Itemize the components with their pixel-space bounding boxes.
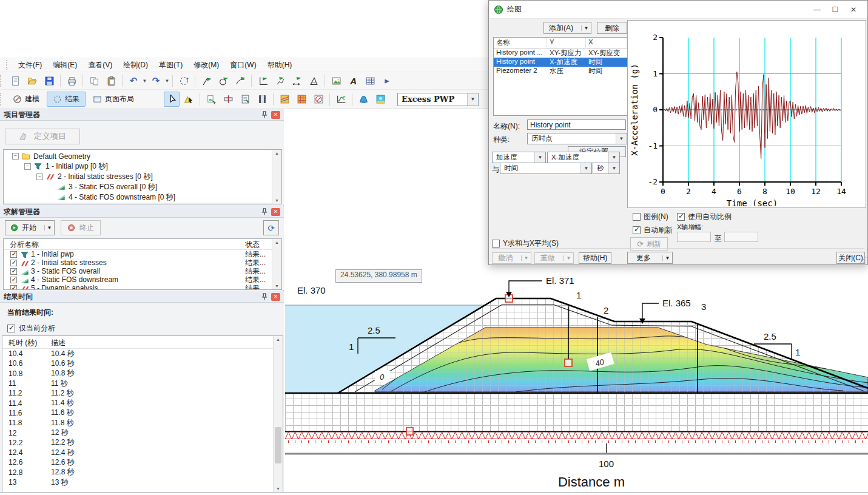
time-step-row[interactable]: 12.812.8 秒 — [2, 468, 283, 477]
time-step-row[interactable]: 12.212.2 秒 — [2, 438, 283, 448]
graph-row[interactable]: History pointX-加速度时间 — [494, 58, 628, 67]
menu-文件(F)[interactable]: 文件(F) — [13, 58, 47, 72]
time-step-row[interactable]: 1111 秒 — [2, 379, 283, 388]
section-view[interactable]: El. 370 El. 371 El. 365 1 2 3 2.5 1 2.5 … — [285, 265, 868, 495]
tree-item[interactable]: 4 - Static FOS downstream [0 秒] — [4, 192, 281, 203]
draw-arc-icon[interactable] — [232, 73, 248, 89]
start-button[interactable]: 开始 ▼ — [5, 220, 55, 235]
minimize-icon[interactable]: — — [808, 3, 826, 16]
checkbox-icon[interactable] — [10, 276, 17, 283]
add-options-arrow[interactable]: ▼ — [581, 25, 591, 31]
pin-icon[interactable] — [260, 207, 269, 216]
dialog-titlebar[interactable]: 绘图 — ☐ ✕ — [489, 1, 867, 19]
time-list[interactable]: 耗时 (秒) 描述 10.410.4 秒10.610.6 秒10.810.8 秒… — [2, 335, 283, 493]
scroll-up-icon[interactable]: ▲ — [272, 240, 281, 244]
toolbar-grip[interactable] — [6, 60, 10, 69]
undo-icon[interactable]: ↶ — [126, 73, 141, 89]
tree-scrollbar[interactable]: ▲▼ — [272, 150, 281, 204]
draw-circle-icon[interactable] — [215, 73, 231, 89]
resize-grip[interactable] — [860, 257, 866, 263]
only-current-analysis-checkbox[interactable]: 仅当前分析 — [7, 323, 55, 334]
scroll-down-icon[interactable]: ▼ — [272, 198, 281, 203]
draw-axes-icon[interactable] — [255, 73, 271, 89]
graph-table-header[interactable]: 名称 Y X — [494, 38, 628, 49]
undo-dropdown-arrow[interactable]: ▼ — [142, 74, 147, 88]
scroll-down-icon[interactable]: ▼ — [274, 487, 283, 491]
redo-options-arrow[interactable]: ▼ — [564, 255, 573, 261]
legend-checkbox[interactable]: 图例(N) — [633, 212, 668, 222]
graph-list-table[interactable]: 名称 Y X History point ...XY-剪应力XY-剪应变Hist… — [493, 37, 629, 116]
scroll-down-icon[interactable]: ▼ — [272, 284, 281, 288]
base-point-marker[interactable] — [406, 428, 413, 435]
undo-options-arrow[interactable]: ▼ — [521, 255, 531, 261]
close-icon[interactable]: ✕ — [271, 208, 280, 216]
copy-icon[interactable] — [86, 73, 102, 89]
selected-history-point-marker[interactable] — [565, 359, 572, 366]
time-step-row[interactable]: 11.811.8 秒 — [2, 418, 283, 428]
tab-建模[interactable]: 建模 — [7, 92, 45, 107]
print-icon[interactable] — [64, 73, 79, 89]
draw-graph-icon[interactable] — [333, 92, 349, 107]
analysis-tree[interactable]: −Default Geometry−1 - Initial pwp [0 秒]−… — [3, 149, 282, 204]
menu-编辑(E)[interactable]: 编辑(E) — [47, 58, 82, 72]
close-icon[interactable]: ✕ — [271, 293, 280, 301]
menu-绘制(D)[interactable]: 绘制(D) — [118, 58, 153, 72]
toolbar-overflow-icon[interactable]: ▸ — [379, 73, 395, 89]
start-options-arrow[interactable]: ▼ — [44, 225, 54, 231]
y-component-select[interactable]: X-加速度▼ — [547, 152, 620, 163]
draw-vectors-icon[interactable] — [311, 92, 326, 107]
save-icon[interactable] — [41, 73, 57, 89]
pin-icon[interactable] — [260, 292, 269, 301]
graph-row[interactable]: Piezometer 2水压时间 — [494, 67, 628, 76]
checkbox-icon[interactable] — [10, 259, 17, 266]
analysis-row[interactable]: 4 - Static FOS downstream结果... — [4, 275, 281, 284]
new-icon[interactable] — [7, 73, 23, 89]
analysis-row[interactable]: 2 - Initial static stresses结果... — [4, 258, 281, 267]
toolbar-grip[interactable] — [0, 93, 4, 106]
graph-plot-area[interactable]: 02468101214-2-1012Time (sec)X-Accelerati… — [627, 20, 866, 208]
tree-item[interactable]: 3 - Static FOS overall [0 秒] — [4, 182, 281, 192]
close-icon[interactable]: ✕ — [844, 3, 863, 16]
x-step-to-input[interactable] — [724, 232, 758, 242]
section-slice-icon[interactable] — [220, 92, 236, 107]
maximize-icon[interactable]: ☐ — [826, 3, 844, 16]
stop-button[interactable]: 终止 — [61, 220, 101, 235]
time-step-row[interactable]: 10.810.8 秒 — [2, 369, 283, 379]
delete-graph-button[interactable]: 删除 — [597, 22, 627, 34]
time-scrollbar[interactable]: ▲▼ — [273, 336, 283, 492]
analysis-row[interactable]: 3 - Static FOS overall结果... — [4, 267, 281, 275]
tree-item[interactable]: −1 - Initial pwp [0 秒] — [4, 161, 281, 172]
graph-name-input[interactable]: History point — [527, 120, 626, 130]
scroll-up-icon[interactable]: ▲ — [272, 151, 281, 155]
tree-item[interactable]: −2 - Initial static stresses [0 秒] — [4, 172, 281, 182]
checkbox-icon[interactable] — [10, 285, 17, 290]
checkbox-icon[interactable] — [10, 251, 17, 257]
tree-item[interactable]: −5 - Dynamic analysis [0-14 秒] — [4, 203, 281, 204]
graph-row[interactable]: History point ...XY-剪应力XY-剪应变 — [494, 49, 628, 58]
autoscale-checkbox[interactable]: 使用自动比例 — [677, 212, 732, 222]
analysis-row[interactable]: 1 - Initial pwp结果... — [4, 250, 281, 258]
update-region-icon[interactable] — [176, 73, 192, 89]
more-button[interactable]: 更多▼ — [627, 252, 673, 264]
pwp-results-icon[interactable] — [372, 92, 388, 107]
move-vertices-icon[interactable] — [272, 73, 288, 89]
tree-item[interactable]: −Default Geometry — [4, 151, 281, 161]
close-icon[interactable]: ✕ — [271, 111, 280, 119]
seepage-results-icon[interactable] — [355, 92, 371, 107]
solver-scrollbar[interactable]: ▲▼ — [272, 239, 281, 289]
refresh-analyses-button[interactable]: ⟳ — [263, 220, 279, 235]
help-button[interactable]: 帮助(H) — [579, 252, 611, 264]
sum-average-checkbox[interactable]: Y求和与X平均(S) — [492, 238, 559, 249]
kind-select[interactable]: 历时点▼ — [527, 133, 627, 144]
select-region-icon[interactable] — [181, 92, 197, 107]
menu-帮助(H)[interactable]: 帮助(H) — [262, 58, 298, 72]
time-step-row[interactable]: 10.410.4 秒 — [2, 349, 283, 359]
define-project-button[interactable]: 定义项目 — [5, 129, 80, 144]
select-cursor-icon[interactable] — [164, 92, 180, 107]
analysis-list[interactable]: 分析名称 状态 1 - Initial pwp结果...2 - Initial … — [3, 238, 282, 290]
x-unit-select[interactable]: 秒▼ — [593, 163, 620, 174]
more-options-arrow[interactable]: ▼ — [662, 255, 672, 261]
time-step-row[interactable]: 12.612.6 秒 — [2, 457, 283, 467]
report-icon[interactable] — [237, 92, 253, 107]
insert-table-icon[interactable] — [362, 73, 378, 89]
